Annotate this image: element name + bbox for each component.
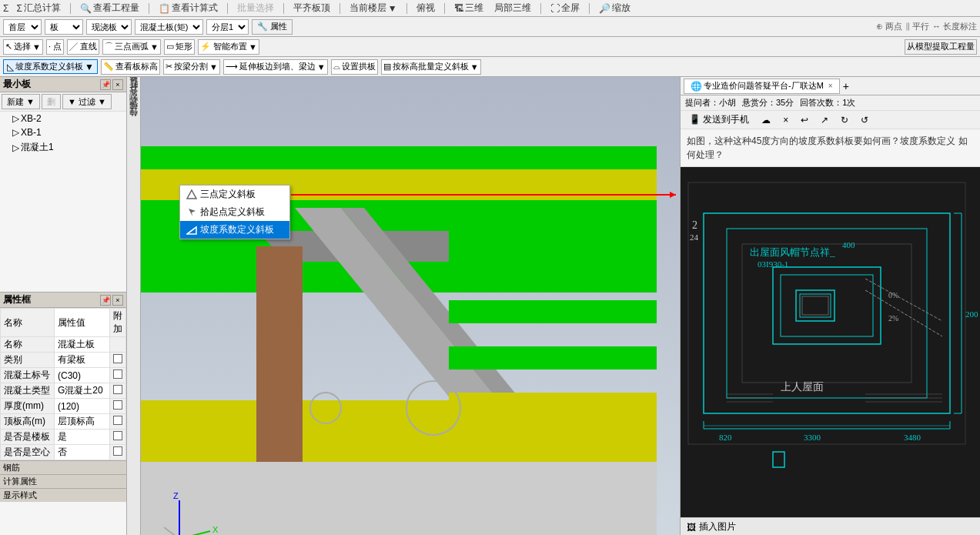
- prop-add-floor-slab: [110, 430, 126, 445]
- zoom-btn[interactable]: 🔎 缩放: [596, 1, 634, 15]
- asker-label: 提问者：小胡: [685, 97, 736, 109]
- tree-item-concrete[interactable]: ▷ 混凝土1: [0, 139, 126, 155]
- type-select[interactable]: 板: [45, 19, 83, 35]
- insert-image-label: 插入图片: [699, 520, 736, 533]
- select-icon: ↖: [5, 42, 12, 52]
- arc-btn[interactable]: ⌒ 三点画弧 ▼: [102, 39, 161, 55]
- arch-board-btn[interactable]: ⌓ 设置拱板: [331, 59, 378, 75]
- section-rebar[interactable]: 钢筋: [0, 460, 126, 474]
- prop-value-category[interactable]: 有梁板: [55, 353, 110, 368]
- menu-three-point[interactable]: 三点定义斜板: [180, 186, 289, 203]
- extend-vert-btn[interactable]: 延伸: [127, 79, 141, 85]
- line-btn[interactable]: ╱ 直线: [67, 39, 99, 55]
- slope-coeff-dropdown[interactable]: ◺ 坡度系数定义斜板 ▼: [3, 59, 98, 74]
- view-qty-icon: 🔍: [80, 3, 92, 14]
- floor-btn[interactable]: 当前楼层 ▼: [346, 1, 400, 15]
- qa-tab-close-btn[interactable]: ×: [828, 82, 833, 90]
- calc-label: 汇总计算: [24, 2, 61, 15]
- 3d-btn[interactable]: 🏗 三维: [451, 1, 487, 15]
- prop-value-hollow[interactable]: 否: [55, 445, 110, 460]
- rect-icon: ▭: [166, 42, 174, 52]
- floor-select[interactable]: 首层: [3, 19, 42, 35]
- svg-rect-7: [141, 146, 657, 169]
- delete-item-btn[interactable]: 删: [42, 94, 61, 109]
- props-pin-btn[interactable]: 📌: [100, 295, 111, 306]
- panel-pin-btn[interactable]: 📌: [100, 79, 111, 90]
- slope-icon: ◺: [7, 62, 14, 72]
- prop-value-grade[interactable]: (C30): [55, 368, 110, 383]
- qa-image-area: 出屋面风帽节点祥_ 03I930-1 820 3300 3480 400: [681, 167, 980, 517]
- cloud-btn[interactable]: ☁: [758, 113, 774, 127]
- extract-qty-btn[interactable]: 从模型提取工程量: [905, 39, 977, 55]
- break-vert-btn[interactable]: 打断: [127, 92, 141, 99]
- tree-item-xb2[interactable]: ▷ XB-2: [0, 112, 126, 125]
- tree-item-label2: XB-1: [21, 127, 42, 138]
- props-close-btn[interactable]: ×: [112, 295, 123, 306]
- split-vert-btn[interactable]: 分割: [127, 106, 141, 112]
- view-board-height-btn[interactable]: 📏 查看板标高: [101, 59, 160, 75]
- offset-vert-btn[interactable]: 偏移: [127, 113, 141, 119]
- beam-split-btn[interactable]: ✂ 按梁分割 ▼: [163, 59, 220, 75]
- extend-dropdown-icon: ▼: [317, 62, 326, 72]
- select-dropdown[interactable]: ↖ 选择 ▼: [3, 39, 43, 55]
- batch-slope-btn[interactable]: ▤ 按标高批量定义斜板 ▼: [381, 59, 481, 75]
- formula-btn[interactable]: 📋 查看计算式: [156, 1, 221, 15]
- fullscreen-btn[interactable]: ⛶ 全屏: [547, 1, 583, 15]
- viewport-3d[interactable]: X Z 三点定义斜板 拾起点定义斜板: [141, 77, 680, 535]
- close-btn[interactable]: ×: [779, 113, 792, 127]
- layer-select[interactable]: 分层1: [206, 19, 249, 35]
- qa-info-bar: 提问者：小胡 悬赏分：35分 回答次数：1次: [681, 95, 980, 111]
- tree-item-xb1[interactable]: ▷ XB-1: [0, 125, 126, 139]
- view-qty-btn[interactable]: 🔍 查看工程量: [77, 1, 142, 15]
- prop-value-thickness[interactable]: (120): [55, 399, 110, 414]
- prop-value-height[interactable]: 层顶标高: [55, 414, 110, 430]
- props-btn[interactable]: 🔧 属性: [252, 19, 293, 35]
- qa-question-text: 如图，这种这种45度方向的坡度系数斜板要如何画？坡度系数定义 如何处理？: [687, 135, 968, 160]
- align-btn[interactable]: 平齐板顶: [290, 1, 333, 15]
- trim-vert-btn[interactable]: 修剪: [127, 85, 141, 92]
- tree-expand-icon2: ▷: [12, 127, 19, 138]
- menu-pick-point-label: 拾起点定义斜板: [200, 206, 265, 219]
- prop-row-grade: 混凝土标号 (C30): [1, 368, 126, 383]
- section-calc[interactable]: 计算属性: [0, 474, 126, 488]
- menu-slope-coeff[interactable]: 坡度系数定义斜板: [180, 221, 289, 239]
- prop-value-type[interactable]: G混凝土20: [55, 383, 110, 399]
- back-btn[interactable]: ↩: [797, 113, 812, 127]
- menu-pick-point[interactable]: 拾起点定义斜板: [180, 203, 289, 221]
- beam-split-dropdown-icon: ▼: [209, 62, 218, 72]
- smart-layout-btn[interactable]: ⚡ 智能布置 ▼: [198, 39, 259, 55]
- material-select[interactable]: 混凝土板(矩): [135, 19, 203, 35]
- insert-image-bar[interactable]: 🖼 插入图片: [681, 517, 980, 535]
- section-display[interactable]: 显示样式: [0, 488, 126, 502]
- tree-item-label: XB-2: [21, 113, 42, 124]
- prop-value-name[interactable]: 混凝土板: [55, 337, 110, 353]
- qa-plus-icon[interactable]: +: [843, 80, 849, 92]
- send-phone-btn[interactable]: 📱 发送到手机: [685, 112, 753, 128]
- stretch-vert-btn[interactable]: 拉伸: [127, 120, 141, 126]
- batch-btn[interactable]: 批量选择: [234, 1, 277, 15]
- merge-vert-btn[interactable]: 合并: [127, 99, 141, 105]
- new-item-btn[interactable]: 新建 ▼: [2, 94, 40, 109]
- share-btn[interactable]: ↗: [817, 113, 832, 127]
- prop-value-floor-slab[interactable]: 是: [55, 430, 110, 445]
- point-btn[interactable]: · 点: [46, 39, 64, 55]
- calc-icon: Σ: [16, 3, 22, 14]
- redo-btn[interactable]: ↺: [857, 113, 872, 127]
- select-label: 选择: [14, 41, 31, 52]
- rect-btn[interactable]: ▭ 矩形: [164, 39, 195, 55]
- subtype-select[interactable]: 现浇板: [86, 19, 132, 35]
- svg-rect-12: [449, 346, 657, 369]
- calc-btn[interactable]: Σ 汇总计算: [13, 1, 63, 15]
- tree-panel-header: 最小板 📌 ×: [0, 77, 126, 92]
- local-3d-btn[interactable]: 局部三维: [491, 1, 534, 15]
- separator2: [149, 3, 149, 14]
- props-panel-title: 属性框: [3, 293, 31, 306]
- qa-tab[interactable]: 🌐 专业造价问题答疑平台-厂联达M ×: [684, 79, 840, 94]
- extend-edge-btn[interactable]: ⟶ 延伸板边到墙、梁边 ▼: [223, 59, 328, 75]
- local-3d-label: 局部三维: [494, 2, 531, 15]
- panel-close-btn[interactable]: ×: [112, 79, 123, 90]
- filter-btn[interactable]: ▼ 过滤 ▼: [62, 94, 112, 109]
- dimension-label: ↔ 长度标注: [932, 21, 977, 32]
- undo-btn[interactable]: ↻: [837, 113, 852, 127]
- top-view-btn[interactable]: 俯视: [413, 1, 438, 15]
